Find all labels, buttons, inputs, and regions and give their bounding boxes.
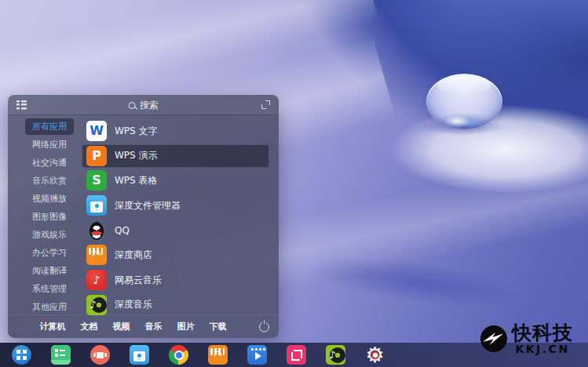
category-item[interactable]: 游戏娱乐 xyxy=(25,227,74,243)
category-sidebar: 所有应用网络应用社交沟通音乐欣赏视频播放图形图像游戏娱乐办公学习阅读翻译系统管理… xyxy=(8,115,82,314)
app-row-deepin-music[interactable]: 深度音乐 xyxy=(82,293,269,317)
app-icon xyxy=(86,270,107,290)
app-label: QQ xyxy=(115,225,130,236)
shortcut-videos[interactable]: 视频 xyxy=(113,321,130,332)
kkj-logo-icon xyxy=(479,324,509,354)
power-icon[interactable] xyxy=(259,322,269,332)
category-item[interactable]: 图形图像 xyxy=(25,209,74,225)
app-label: 深度音乐 xyxy=(115,298,152,311)
category-view-toggle-icon[interactable] xyxy=(16,100,27,110)
launcher-bottombar: 计算机文档视频音乐图片下载 xyxy=(8,314,279,338)
control-center-icon[interactable] xyxy=(365,345,385,365)
shortcut-music[interactable]: 音乐 xyxy=(145,321,163,332)
music-player-icon[interactable] xyxy=(326,345,345,365)
app-icon-glyph: P xyxy=(92,150,101,162)
app-icon xyxy=(86,195,107,216)
app-row-file-manager[interactable]: 深度文件管理器 xyxy=(82,194,269,217)
app-icon xyxy=(86,220,107,241)
app-label: WPS 表格 xyxy=(115,174,158,187)
app-label: 网易云音乐 xyxy=(115,274,162,287)
screenshot-icon[interactable] xyxy=(287,345,306,365)
app-icon xyxy=(86,295,107,315)
launcher-icon[interactable] xyxy=(12,345,31,365)
app-launcher-panel: 搜索 所有应用网络应用社交沟通音乐欣赏视频播放图形图像游戏娱乐办公学习阅读翻译系… xyxy=(8,95,279,338)
watermark-domain: KKJ.CN xyxy=(515,343,569,354)
app-label: WPS 文字 xyxy=(115,125,158,138)
file-manager-icon[interactable] xyxy=(130,345,149,365)
search-placeholder: 搜索 xyxy=(140,99,159,112)
category-item[interactable]: 其他应用 xyxy=(25,299,74,315)
media-app-icon[interactable] xyxy=(90,345,110,365)
app-row-deepin-store[interactable]: 深度商店 xyxy=(82,243,269,267)
category-item[interactable]: 网络应用 xyxy=(25,136,74,153)
app-label: WPS 演示 xyxy=(115,149,158,162)
launcher-body: 所有应用网络应用社交沟通音乐欣赏视频播放图形图像游戏娱乐办公学习阅读翻译系统管理… xyxy=(8,115,279,314)
app-store-icon[interactable] xyxy=(208,345,228,365)
category-item[interactable]: 办公学习 xyxy=(25,245,74,261)
notes-app-icon[interactable] xyxy=(51,345,71,365)
app-icon-glyph: W xyxy=(89,125,104,137)
app-row-wps-presentation[interactable]: P WPS 演示 xyxy=(82,144,269,168)
app-icon-glyph: S xyxy=(92,174,101,187)
app-row-netease-music[interactable]: 网易云音乐 xyxy=(82,268,269,292)
category-item[interactable]: 阅读翻译 xyxy=(25,263,74,279)
desktop: 搜索 所有应用网络应用社交沟通音乐欣赏视频播放图形图像游戏娱乐办公学习阅读翻译系… xyxy=(0,0,588,367)
app-icon: S xyxy=(86,170,107,191)
app-icon xyxy=(86,245,107,265)
search-input[interactable]: 搜索 xyxy=(128,95,159,115)
category-item[interactable]: 系统管理 xyxy=(25,281,74,297)
fullscreen-toggle-icon[interactable] xyxy=(261,100,270,109)
chrome-icon[interactable] xyxy=(169,345,188,365)
category-item[interactable]: 音乐欣赏 xyxy=(25,173,74,189)
kkj-watermark-text: 快科技 KKJ.CN xyxy=(512,323,573,354)
app-list: W WPS 文字 P WPS 演示 S WPS 表格 深度文件管理器 QQ xyxy=(82,115,279,314)
app-label: 深度文件管理器 xyxy=(115,199,181,213)
category-item[interactable]: 视频播放 xyxy=(25,191,74,207)
shortcut-pictures[interactable]: 图片 xyxy=(177,321,195,332)
app-icon: P xyxy=(86,146,107,166)
launcher-topbar: 搜索 xyxy=(8,95,279,115)
kkj-watermark: 快科技 KKJ.CN xyxy=(479,323,573,354)
app-row-wps-writer[interactable]: W WPS 文字 xyxy=(82,119,269,143)
shortcut-downloads[interactable]: 下载 xyxy=(210,321,227,332)
category-item[interactable]: 社交沟通 xyxy=(25,154,74,171)
search-icon xyxy=(128,102,135,109)
watermark-brand: 快科技 xyxy=(512,323,573,343)
app-row-wps-spreadsheet[interactable]: S WPS 表格 xyxy=(82,169,269,192)
movie-player-icon[interactable] xyxy=(247,345,267,365)
app-label: 深度商店 xyxy=(115,249,152,262)
app-row-qq[interactable]: QQ xyxy=(82,219,269,242)
shortcut-documents[interactable]: 文档 xyxy=(81,321,98,332)
shortcut-computer[interactable]: 计算机 xyxy=(40,321,66,332)
app-icon: W xyxy=(86,121,107,141)
category-item[interactable]: 所有应用 xyxy=(25,118,74,135)
water-droplet xyxy=(426,74,502,129)
